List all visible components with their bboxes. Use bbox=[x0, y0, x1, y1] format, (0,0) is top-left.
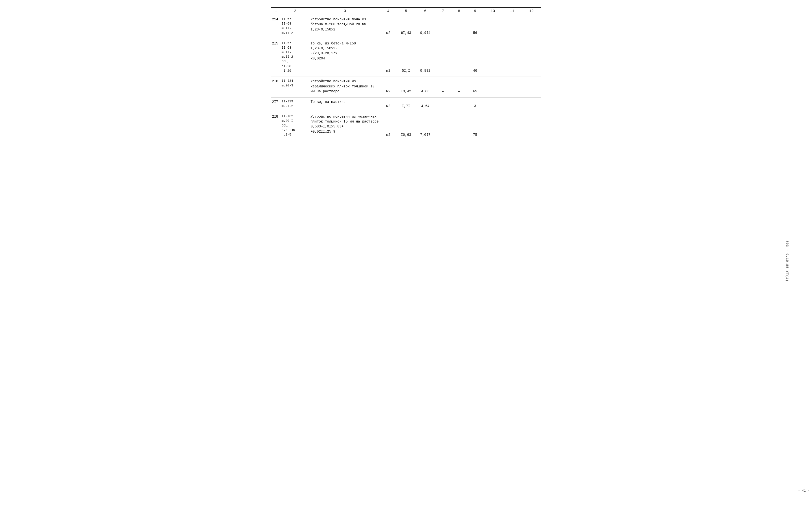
main-table: 1 2 3 4 5 6 7 8 9 10 11 12 214II-67 II-6… bbox=[271, 7, 541, 141]
spacer-row bbox=[271, 138, 541, 141]
side-label-bottom: - 41 - bbox=[798, 489, 810, 493]
table-row: 2I6II-I34 ш.20-3Устройство покрытия из к… bbox=[271, 77, 541, 95]
col-header-1: 1 bbox=[271, 7, 281, 15]
col-header-2: 2 bbox=[281, 7, 309, 15]
table-row: 2I8II-I32 ш.20-I ССЦ п.3-I40 п.2-5Устрой… bbox=[271, 112, 541, 138]
cell-id: 2I8 bbox=[271, 112, 281, 138]
cell-refs: II-I32 ш.20-I ССЦ п.3-I40 п.2-5 bbox=[281, 112, 309, 138]
cell-col7: – bbox=[435, 112, 451, 138]
cell-col5: 5I,I bbox=[397, 39, 416, 74]
cell-col12 bbox=[522, 97, 541, 109]
cell-col5: 6I,43 bbox=[397, 15, 416, 37]
cell-col6: 0,892 bbox=[415, 39, 435, 74]
cell-unit: м2 bbox=[380, 15, 396, 37]
cell-col7: – bbox=[435, 97, 451, 109]
cell-col12 bbox=[522, 77, 541, 95]
cell-col9: 65 bbox=[467, 77, 483, 95]
cell-description: Устройство покрытия из керамических плит… bbox=[309, 77, 380, 95]
cell-col8: – bbox=[451, 15, 467, 37]
side-label: 503 - 9.10.85 УТ(1) bbox=[785, 240, 789, 281]
cell-description: То же, на мастике bbox=[309, 97, 380, 109]
col-header-11: 11 bbox=[503, 7, 522, 15]
table-row: 2I7II-I39 ш.2I-2То же, на мастикем2I,7I4… bbox=[271, 97, 541, 109]
spacer-row bbox=[271, 95, 541, 97]
col-header-6: 6 bbox=[415, 7, 435, 15]
cell-col12 bbox=[522, 39, 541, 74]
cell-col11 bbox=[503, 112, 522, 138]
cell-unit: м2 bbox=[380, 97, 396, 109]
col-header-7: 7 bbox=[435, 7, 451, 15]
col-header-3: 3 bbox=[309, 7, 380, 15]
cell-col10 bbox=[483, 39, 503, 74]
spacer-row bbox=[271, 36, 541, 39]
cell-col12 bbox=[522, 112, 541, 138]
cell-col5: I0,63 bbox=[397, 112, 416, 138]
cell-unit: м2 bbox=[380, 77, 396, 95]
cell-col9: 56 bbox=[467, 15, 483, 37]
col-header-12: 12 bbox=[522, 7, 541, 15]
cell-col9: 3 bbox=[467, 97, 483, 109]
cell-col11 bbox=[503, 77, 522, 95]
cell-col6: 7,0I7 bbox=[415, 112, 435, 138]
cell-col5: I3,42 bbox=[397, 77, 416, 95]
cell-unit: м2 bbox=[380, 39, 396, 74]
spacer-row bbox=[271, 109, 541, 112]
cell-description: Устройство покрытия из мозаичных плиток … bbox=[309, 112, 380, 138]
cell-col9: 46 bbox=[467, 39, 483, 74]
cell-col6: 4,64 bbox=[415, 97, 435, 109]
cell-col11 bbox=[503, 39, 522, 74]
cell-col10 bbox=[483, 77, 503, 95]
cell-col6: 0,9I4 bbox=[415, 15, 435, 37]
cell-col5: I,7I bbox=[397, 97, 416, 109]
col-header-8: 8 bbox=[451, 7, 467, 15]
cell-col6: 4,88 bbox=[415, 77, 435, 95]
cell-col11 bbox=[503, 97, 522, 109]
cell-col12 bbox=[522, 15, 541, 37]
cell-refs: II-67 II-68 ш.II-I ш.II-2 ССЦ пI-28 пI-2… bbox=[281, 39, 309, 74]
cell-col8: – bbox=[451, 112, 467, 138]
spacer-row bbox=[271, 74, 541, 77]
cell-id: 214 bbox=[271, 15, 281, 37]
page-container: 503 - 9.10.85 УТ(1) - 41 - 1 2 3 4 5 6 7… bbox=[271, 7, 541, 141]
header-row: 1 2 3 4 5 6 7 8 9 10 11 12 bbox=[271, 7, 541, 15]
cell-id: 2I6 bbox=[271, 77, 281, 95]
cell-description: То же, из бетона М-I50 I,23-0,I58x2- -/2… bbox=[309, 39, 380, 74]
cell-col11 bbox=[503, 15, 522, 37]
cell-id: 2I7 bbox=[271, 97, 281, 109]
col-header-9: 9 bbox=[467, 7, 483, 15]
table-row: 214II-67 II-68 ш.II-I ш.II-2Устройство п… bbox=[271, 15, 541, 37]
cell-unit: м2 bbox=[380, 112, 396, 138]
cell-col8: – bbox=[451, 77, 467, 95]
col-header-4: 4 bbox=[380, 7, 396, 15]
cell-col10 bbox=[483, 97, 503, 109]
cell-col9: 75 bbox=[467, 112, 483, 138]
cell-col8: – bbox=[451, 97, 467, 109]
col-header-5: 5 bbox=[397, 7, 416, 15]
cell-col7: – bbox=[435, 77, 451, 95]
cell-refs: II-I39 ш.2I-2 bbox=[281, 97, 309, 109]
cell-col7: – bbox=[435, 39, 451, 74]
col-header-10: 10 bbox=[483, 7, 503, 15]
cell-col7: – bbox=[435, 15, 451, 37]
cell-col10 bbox=[483, 112, 503, 138]
table-row: 2I5II-67 II-68 ш.II-I ш.II-2 ССЦ пI-28 п… bbox=[271, 39, 541, 74]
cell-refs: II-67 II-68 ш.II-I ш.II-2 bbox=[281, 15, 309, 37]
cell-id: 2I5 bbox=[271, 39, 281, 74]
cell-col10 bbox=[483, 15, 503, 37]
cell-col8: – bbox=[451, 39, 467, 74]
cell-refs: II-I34 ш.20-3 bbox=[281, 77, 309, 95]
cell-description: Устройство покрытия пола из бетона М-200… bbox=[309, 15, 380, 37]
